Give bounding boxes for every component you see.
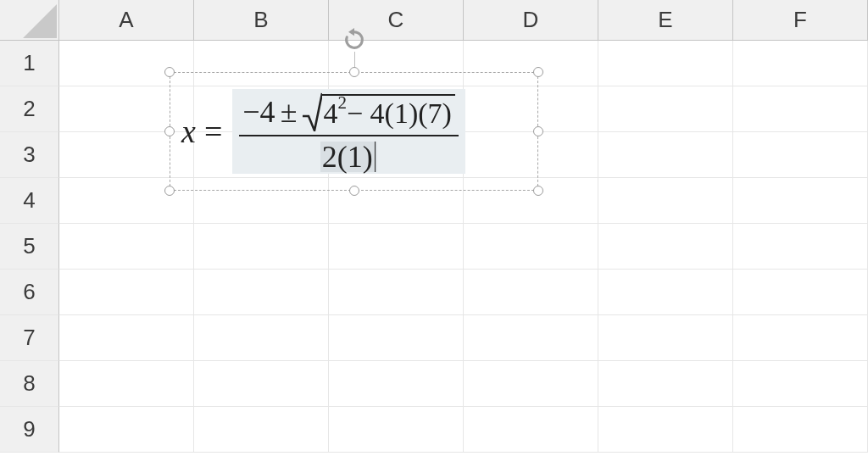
svg-marker-1 — [348, 28, 354, 36]
cell-F8[interactable] — [733, 361, 868, 407]
cell-C5[interactable] — [329, 224, 464, 270]
rotate-handle[interactable] — [342, 28, 366, 52]
cell-F6[interactable] — [733, 270, 868, 315]
cell-F4[interactable] — [733, 178, 868, 224]
denominator-edit-highlight[interactable]: 2(1) — [320, 142, 377, 172]
col-header-A[interactable]: A — [59, 0, 194, 41]
radicand-rest: − 4(1)(7) — [347, 99, 452, 128]
svg-marker-0 — [23, 4, 57, 38]
cell-B5[interactable] — [194, 224, 329, 270]
cell-E7[interactable] — [598, 315, 733, 361]
row-header-2[interactable]: 2 — [0, 86, 59, 132]
row-header-8[interactable]: 8 — [0, 361, 59, 407]
row-header-9[interactable]: 9 — [0, 407, 59, 453]
cell-C6[interactable] — [329, 270, 464, 315]
row-header-3[interactable]: 3 — [0, 132, 59, 178]
equation-variable: x — [181, 113, 196, 150]
rotate-icon — [342, 28, 366, 52]
radicand-exponent: 2 — [337, 94, 347, 112]
cell-F5[interactable] — [733, 224, 868, 270]
cell-F1[interactable] — [733, 41, 868, 86]
cell-D6[interactable] — [464, 270, 598, 315]
equals-sign: = — [204, 113, 222, 150]
cell-F9[interactable] — [733, 407, 868, 453]
cell-E4[interactable] — [598, 178, 733, 224]
cell-E2[interactable] — [598, 86, 733, 132]
cell-D5[interactable] — [464, 224, 598, 270]
col-header-D[interactable]: D — [464, 0, 598, 41]
cell-C9[interactable] — [329, 407, 464, 453]
cell-A8[interactable] — [59, 361, 194, 407]
fraction-numerator: −4 ± 42 − 4(1)(7) — [239, 92, 459, 135]
col-header-B[interactable]: B — [194, 0, 329, 41]
row-header-5[interactable]: 5 — [0, 224, 59, 270]
cell-A7[interactable] — [59, 315, 194, 361]
col-header-E[interactable]: E — [598, 0, 733, 41]
cell-E6[interactable] — [598, 270, 733, 315]
cell-E9[interactable] — [598, 407, 733, 453]
radicand: 42 − 4(1)(7) — [321, 94, 455, 131]
cell-D7[interactable] — [464, 315, 598, 361]
radicand-base: 4 — [323, 99, 337, 128]
equation-object[interactable]: x = −4 ± 42 − 4(1)(7) — [170, 72, 538, 191]
cell-B9[interactable] — [194, 407, 329, 453]
cell-D8[interactable] — [464, 361, 598, 407]
cell-C7[interactable] — [329, 315, 464, 361]
cell-E5[interactable] — [598, 224, 733, 270]
cell-B7[interactable] — [194, 315, 329, 361]
cell-B6[interactable] — [194, 270, 329, 315]
col-header-F[interactable]: F — [733, 0, 868, 41]
square-root: 42 − 4(1)(7) — [302, 92, 455, 131]
select-all-corner[interactable] — [0, 0, 59, 41]
fraction-denominator[interactable]: 2(1) — [317, 136, 381, 172]
select-all-triangle-icon — [23, 4, 57, 38]
cell-F3[interactable] — [733, 132, 868, 178]
plus-minus-sign: ± — [281, 97, 298, 127]
cell-E3[interactable] — [598, 132, 733, 178]
cell-F2[interactable] — [733, 86, 868, 132]
row-header-1[interactable]: 1 — [0, 41, 59, 86]
row-header-7[interactable]: 7 — [0, 315, 59, 361]
cell-E8[interactable] — [598, 361, 733, 407]
equation-content[interactable]: x = −4 ± 42 − 4(1)(7) — [170, 72, 538, 191]
cell-B8[interactable] — [194, 361, 329, 407]
row-header-6[interactable]: 6 — [0, 270, 59, 315]
denominator-text: 2(1) — [322, 142, 373, 172]
radical-icon — [302, 92, 322, 131]
cell-A5[interactable] — [59, 224, 194, 270]
cell-D9[interactable] — [464, 407, 598, 453]
row-header-4[interactable]: 4 — [0, 178, 59, 224]
cell-C8[interactable] — [329, 361, 464, 407]
cell-F7[interactable] — [733, 315, 868, 361]
cell-A9[interactable] — [59, 407, 194, 453]
fraction: −4 ± 42 − 4(1)(7) 2(1) — [239, 92, 459, 172]
worksheet-grid[interactable]: A B C D E F 1 2 3 4 5 6 7 8 — [0, 0, 868, 456]
cell-A6[interactable] — [59, 270, 194, 315]
text-caret — [375, 142, 376, 172]
cell-E1[interactable] — [598, 41, 733, 86]
numerator-leading: −4 — [242, 97, 275, 127]
equation-rhs[interactable]: −4 ± 42 − 4(1)(7) 2(1) — [232, 89, 465, 174]
